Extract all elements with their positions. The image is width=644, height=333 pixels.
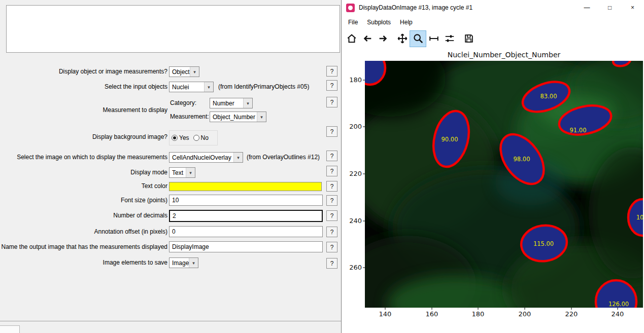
save-icon[interactable] <box>461 31 477 47</box>
menu-help[interactable]: Help <box>395 18 417 27</box>
menu-subplots[interactable]: Subplots <box>362 18 395 27</box>
setting-label: Name the output image that has the measu… <box>1 243 167 250</box>
category-select[interactable]: Number ▾ <box>210 98 253 108</box>
setting-label: Display mode <box>130 169 167 176</box>
source-module-note: (from IdentifyPrimaryObjects #05) <box>218 83 309 90</box>
select-value: CellAndNucleiOverlay <box>170 153 233 162</box>
menu-bar: File Subplots Help <box>342 16 644 28</box>
help-button[interactable]: ? <box>326 242 337 252</box>
save-elements-select[interactable]: Image ▾ <box>169 257 198 268</box>
object-label: 90.00 <box>442 136 458 143</box>
select-value: Object <box>170 67 190 77</box>
setting-label: Select the input objects <box>105 83 167 90</box>
select-value: Nuclei <box>170 82 204 92</box>
help-button[interactable]: ? <box>326 195 337 206</box>
radio-dot-icon <box>193 135 199 141</box>
text-color-swatch[interactable] <box>169 182 322 191</box>
select-value: Text <box>170 168 186 177</box>
help-button[interactable]: ? <box>326 166 337 176</box>
chevron-down-icon: ▾ <box>186 168 195 177</box>
select-value: Object_Number <box>210 112 257 122</box>
maximize-button[interactable]: □ <box>598 0 621 15</box>
plot-canvas[interactable]: 83.00 91.00 90.00 98.00 115.00 10 126.00 <box>362 61 643 311</box>
adjust-sliders-icon[interactable] <box>442 31 457 47</box>
menu-file[interactable]: File <box>344 18 362 27</box>
forward-icon[interactable] <box>375 31 391 47</box>
object-label: 83.00 <box>540 93 557 100</box>
back-icon[interactable] <box>359 31 375 47</box>
home-icon[interactable] <box>344 31 359 47</box>
object-label: 126.00 <box>608 301 629 308</box>
close-button[interactable]: × <box>621 0 644 15</box>
setting-label: Select the image on which to display the… <box>17 154 167 161</box>
y-tick-label: 240 <box>342 217 362 225</box>
module-notes-box <box>6 5 340 53</box>
output-image-name-input[interactable]: DisplayImage <box>169 241 323 252</box>
help-button[interactable]: ? <box>326 80 337 91</box>
category-label: Category: <box>170 99 196 106</box>
setting-label: Display background image? <box>92 133 167 140</box>
title-bar[interactable]: DisplayDataOnImage #13, image cycle #1 —… <box>342 0 644 15</box>
display-image-select[interactable]: CellAndNucleiOverlay ▾ <box>169 152 243 163</box>
help-button[interactable]: ? <box>326 210 337 221</box>
x-tick-label: 160 <box>421 310 443 318</box>
x-tick-label: 220 <box>560 310 583 318</box>
x-tick-label: 180 <box>467 310 489 318</box>
zoom-icon[interactable] <box>410 31 426 47</box>
select-value: Image <box>170 258 189 268</box>
radio-label: No <box>201 134 209 141</box>
select-value: Number <box>210 98 243 108</box>
help-button[interactable]: ? <box>326 97 337 107</box>
display-mode-select[interactable]: Text ▾ <box>169 167 195 178</box>
chevron-down-icon: ▾ <box>190 67 199 77</box>
help-button[interactable]: ? <box>326 66 337 77</box>
setting-label: Image elements to save <box>103 259 167 266</box>
radio-label: Yes <box>179 134 189 141</box>
radio-yes[interactable]: Yes <box>172 134 189 141</box>
annotation-offset-input[interactable]: 0 <box>169 226 323 237</box>
help-button[interactable]: ? <box>326 151 337 161</box>
setting-label: Font size (points) <box>121 197 167 204</box>
radio-no[interactable]: No <box>193 134 209 141</box>
radio-dot-icon <box>172 135 178 141</box>
chevron-down-icon: ▾ <box>189 258 198 268</box>
measure-icon[interactable] <box>426 31 442 47</box>
background-radio-group: Yes No <box>169 130 218 145</box>
x-tick-label: 140 <box>374 310 396 318</box>
chevron-down-icon: ▾ <box>233 153 243 162</box>
help-button[interactable]: ? <box>326 126 337 137</box>
setting-label: Annotation offset (in pixels) <box>94 228 167 235</box>
setting-label: Measurement to display <box>103 106 167 114</box>
setting-label: Text color <box>142 182 167 190</box>
y-tick-label: 200 <box>342 123 362 130</box>
figure-window: DisplayDataOnImage #13, image cycle #1 —… <box>341 0 644 333</box>
chevron-down-icon: ▾ <box>257 112 266 122</box>
x-tick-label: 240 <box>606 310 629 318</box>
help-button[interactable]: ? <box>326 181 337 192</box>
measurement-label: Measurement: <box>170 113 209 120</box>
font-size-input[interactable]: 10 <box>169 195 323 206</box>
y-tick-label: 260 <box>342 264 362 271</box>
minimize-button[interactable]: — <box>575 0 598 15</box>
help-button[interactable]: ? <box>326 227 337 237</box>
module-settings-panel: Display object or image measurements? Ob… <box>0 0 341 333</box>
input-objects-select[interactable]: Nuclei ▾ <box>169 82 214 92</box>
figure-toolbar <box>342 29 644 48</box>
decimals-input[interactable]: 2 <box>169 210 323 222</box>
bottom-corner-box <box>0 325 20 333</box>
help-button[interactable]: ? <box>326 258 337 269</box>
chevron-down-icon: ▾ <box>243 98 252 108</box>
x-tick-label: 200 <box>514 310 536 318</box>
cell-cytoplasm-blobs <box>362 61 643 311</box>
chevron-down-icon: ▾ <box>204 82 213 92</box>
cellprofiler-icon <box>346 4 355 12</box>
object-label: 91.00 <box>570 127 587 134</box>
object-label: 115.00 <box>533 240 554 247</box>
panel-divider <box>0 321 341 321</box>
y-tick-label: 180 <box>342 76 362 84</box>
pan-icon[interactable] <box>394 31 410 47</box>
display-measurements-select[interactable]: Object ▾ <box>169 66 199 77</box>
cellprofiler-app: Display object or image measurements? Ob… <box>0 0 644 333</box>
setting-label: Number of decimals <box>113 212 167 219</box>
measurement-select[interactable]: Object_Number ▾ <box>210 112 266 122</box>
